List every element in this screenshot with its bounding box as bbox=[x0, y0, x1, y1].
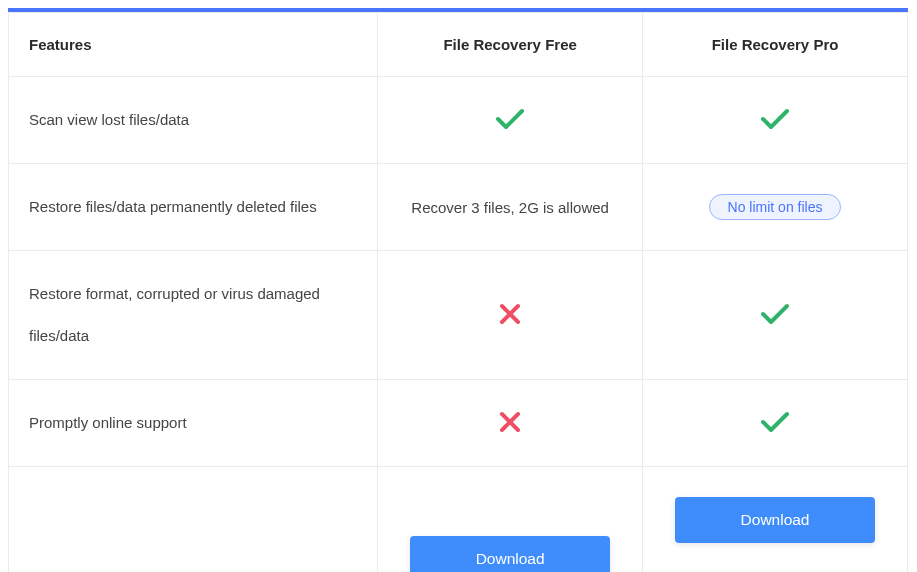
header-pro: File Recovery Pro bbox=[643, 13, 908, 77]
check-icon bbox=[760, 411, 790, 433]
header-features: Features bbox=[9, 13, 378, 77]
actions-free: Download bbox=[378, 467, 643, 573]
feature-name: Promptly online support bbox=[9, 380, 378, 467]
cross-icon bbox=[499, 411, 521, 433]
table-row: Restore format, corrupted or virus damag… bbox=[9, 251, 908, 380]
actions-pro: Download Purchase Now bbox=[643, 467, 908, 573]
cell-free bbox=[378, 380, 643, 467]
feature-name: Restore format, corrupted or virus damag… bbox=[9, 251, 378, 380]
table-row: Promptly online support bbox=[9, 380, 908, 467]
cell-free bbox=[378, 251, 643, 380]
cell-pro bbox=[643, 77, 908, 164]
cross-icon bbox=[499, 303, 521, 325]
check-icon bbox=[495, 108, 525, 130]
table-row: Scan view lost files/data bbox=[9, 77, 908, 164]
limit-badge: No limit on files bbox=[709, 194, 842, 220]
cell-free bbox=[378, 77, 643, 164]
download-pro-button[interactable]: Download bbox=[675, 497, 875, 543]
download-free-button[interactable]: Download bbox=[410, 536, 610, 572]
cell-free: Recover 3 files, 2G is allowed bbox=[378, 164, 643, 251]
cell-pro: No limit on files bbox=[643, 164, 908, 251]
feature-name: Restore files/data permanently deleted f… bbox=[9, 164, 378, 251]
header-free: File Recovery Free bbox=[378, 13, 643, 77]
table-row: Restore files/data permanently deleted f… bbox=[9, 164, 908, 251]
check-icon bbox=[760, 303, 790, 325]
cell-text: Recover 3 files, 2G is allowed bbox=[411, 199, 609, 216]
check-icon bbox=[760, 108, 790, 130]
cell-pro bbox=[643, 251, 908, 380]
cell-pro bbox=[643, 380, 908, 467]
feature-name: Scan view lost files/data bbox=[9, 77, 378, 164]
comparison-table: Features File Recovery Free File Recover… bbox=[8, 8, 908, 572]
actions-empty bbox=[9, 467, 378, 573]
